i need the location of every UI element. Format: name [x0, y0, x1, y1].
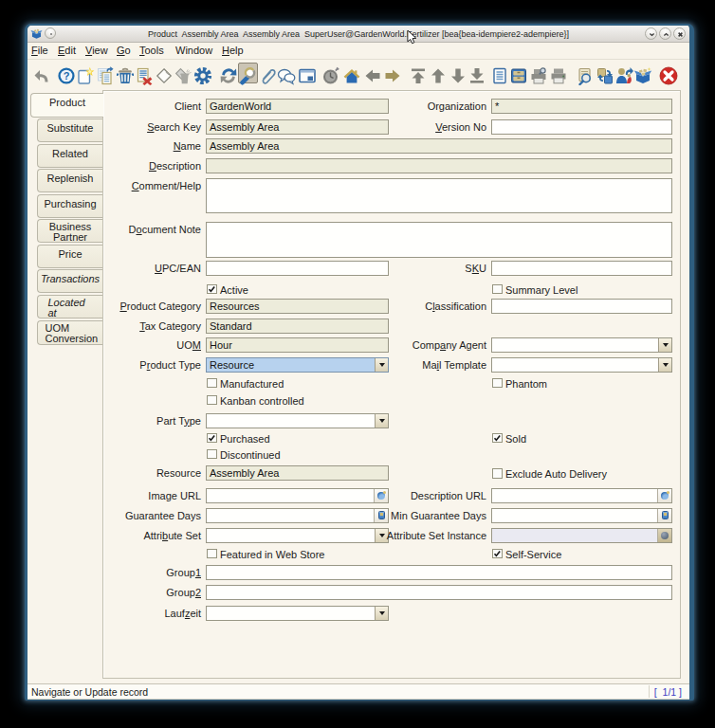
svg-text:?: ? — [64, 70, 70, 82]
